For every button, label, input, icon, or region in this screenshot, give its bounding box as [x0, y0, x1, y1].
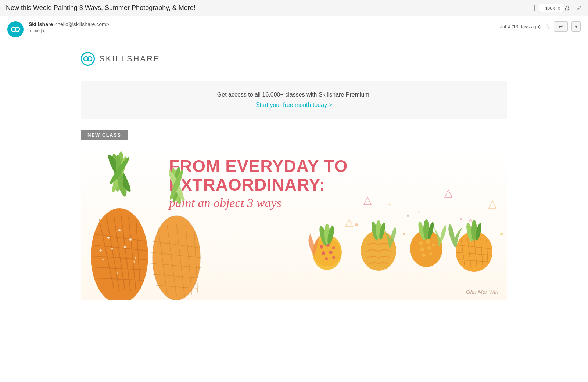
svg-point-50	[389, 204, 391, 206]
skillshare-circles-icon	[83, 54, 93, 64]
svg-text:✦: ✦	[116, 271, 119, 275]
pineapple-small-collection-icon	[294, 168, 507, 300]
top-bar: New this Week: Painting 3 Ways, Summer P…	[0, 0, 588, 16]
svg-point-96	[355, 223, 358, 226]
premium-text: Get access to all 16,000+ classes with S…	[96, 91, 492, 98]
sender-row: Skillshare <hello@skillshare.com> to me …	[0, 16, 588, 43]
svg-marker-52	[445, 190, 452, 197]
svg-point-26	[124, 246, 126, 248]
skillshare-logo: SKILLSHARE	[81, 52, 507, 66]
to-me-label: to me	[29, 28, 40, 33]
to-dropdown-icon[interactable]: ▾	[41, 29, 46, 33]
sender-email: <hello@skillshare.com>	[54, 21, 109, 27]
star-icon[interactable]: ☆	[544, 22, 550, 30]
svg-point-59	[320, 245, 323, 249]
inbox-label: Inbox	[543, 5, 555, 11]
close-tab-icon[interactable]: x	[558, 6, 560, 11]
inbox-tab[interactable]: Inbox x	[539, 4, 564, 12]
svg-point-28	[135, 257, 136, 259]
sender-name-line: Skillshare <hello@skillshare.com>	[29, 21, 500, 27]
svg-point-77	[420, 247, 424, 252]
svg-marker-56	[489, 201, 496, 208]
svg-point-99	[500, 233, 503, 235]
svg-point-65	[332, 256, 335, 259]
top-right-icons: 🖨 ⤢	[564, 4, 582, 12]
print-icon[interactable]: 🖨	[564, 4, 571, 12]
logo-divider	[81, 73, 507, 73]
svg-point-27	[102, 259, 104, 260]
pineapple-scene: FROM EVERYDAY TO EXTRAORDINARY: paint an…	[81, 146, 507, 300]
svg-point-48	[403, 233, 405, 235]
email-date: Jul 4 (13 days ago)	[500, 24, 541, 29]
svg-point-23	[118, 229, 121, 231]
premium-box: Get access to all 16,000+ classes with S…	[81, 81, 507, 119]
checkbox[interactable]	[528, 5, 535, 11]
more-options-button[interactable]: ▾	[571, 21, 581, 32]
svg-marker-54	[345, 219, 353, 227]
avatar	[7, 21, 24, 37]
svg-point-24	[129, 238, 132, 241]
svg-point-62	[322, 251, 325, 255]
svg-point-25	[111, 248, 113, 250]
sender-info: Skillshare <hello@skillshare.com> to me …	[29, 21, 500, 33]
svg-point-74	[419, 241, 423, 245]
svg-point-49	[418, 211, 420, 213]
email-subject: New this Week: Painting 3 Ways, Summer P…	[6, 4, 524, 12]
svg-point-76	[432, 244, 435, 246]
free-month-link[interactable]: Start your free month today >	[256, 102, 332, 108]
svg-point-97	[407, 215, 409, 217]
svg-point-79	[422, 253, 426, 257]
sender-name: Skillshare	[29, 21, 53, 27]
skillshare-logo-icon	[81, 52, 95, 66]
svg-point-78	[427, 246, 431, 250]
svg-point-63	[329, 251, 333, 254]
svg-point-22	[107, 237, 110, 239]
svg-text:✦: ✦	[98, 248, 103, 253]
svg-point-64	[325, 257, 328, 260]
reply-button[interactable]: ↩	[554, 21, 568, 32]
email-content: SKILLSHARE Get access to all 16,000+ cla…	[0, 43, 588, 309]
skillshare-avatar-icon	[10, 24, 21, 35]
new-class-badge: NEW CLASS	[81, 130, 128, 140]
svg-point-36	[153, 216, 200, 300]
svg-point-98	[460, 218, 462, 220]
pineapple-large-left-icon: ✦ ✦ ✦	[81, 146, 158, 300]
date-area: Jul 4 (13 days ago) ☆ ↩ ▾	[500, 21, 581, 32]
svg-point-80	[429, 252, 432, 255]
expand-icon[interactable]: ⤢	[577, 4, 582, 12]
skillshare-brand-name: SKILLSHARE	[99, 54, 160, 64]
svg-text:✦: ✦	[132, 259, 136, 264]
class-image-area: FROM EVERYDAY TO EXTRAORDINARY: paint an…	[81, 146, 507, 300]
svg-point-61	[332, 246, 335, 249]
svg-marker-51	[364, 197, 371, 205]
to-me-line: to me ▾	[29, 28, 500, 33]
